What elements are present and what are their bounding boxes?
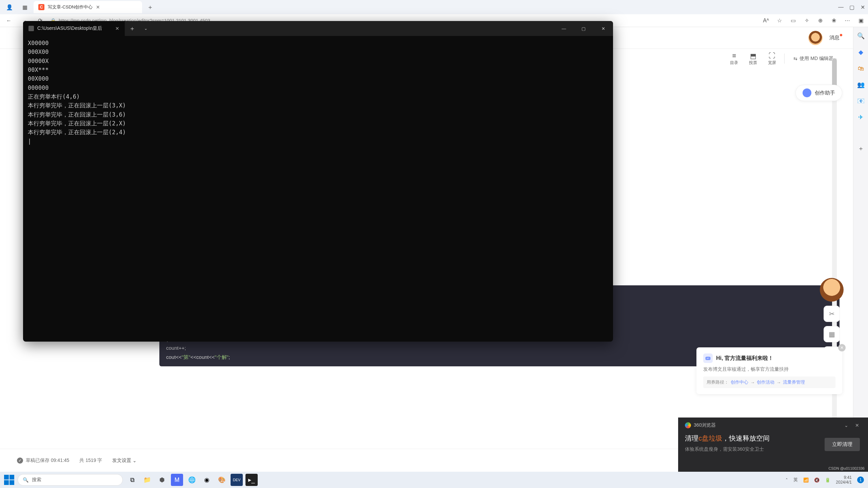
- use-md-editor-button[interactable]: ⇆ 使用 MD 编辑器: [787, 56, 840, 62]
- terminal-dropdown-icon[interactable]: ⌄: [140, 21, 152, 36]
- terminal-tab-icon: [28, 26, 34, 31]
- app-icon[interactable]: M: [171, 474, 183, 486]
- app-icon[interactable]: ⬢: [156, 474, 168, 486]
- terminal-tab[interactable]: C:\Users\ASUS\Desktop\n皇后 ✕: [23, 21, 125, 36]
- md-label: 使用 MD 编辑器: [800, 56, 833, 62]
- qrcode-tool-icon[interactable]: ▦: [824, 326, 840, 342]
- favorite-icon[interactable]: ☆: [776, 17, 783, 24]
- sidebar-toggle-icon[interactable]: ▣: [857, 17, 865, 24]
- toolbar-label: 投票: [749, 60, 757, 66]
- toast-action-button[interactable]: 立即清理: [825, 438, 860, 451]
- swap-icon: ⇆: [793, 56, 797, 61]
- profile-icon[interactable]: 👤: [5, 3, 13, 11]
- promo-subtitle: 发布博文且审核通过，畅享官方流量扶持: [703, 366, 835, 372]
- terminal-close-icon[interactable]: ✕: [593, 21, 613, 36]
- terminal-minimize-icon[interactable]: —: [554, 21, 574, 36]
- toolbar-toc[interactable]: ≡ 目录: [725, 52, 744, 66]
- tab-title: 写文章-CSDN创作中心: [48, 4, 93, 10]
- check-icon: ✓: [17, 458, 23, 464]
- battery-icon[interactable]: 🔋: [825, 477, 830, 483]
- mascot-icon[interactable]: [820, 278, 844, 302]
- toolbar-widescreen[interactable]: ⛶ 宽屏: [763, 52, 782, 66]
- window-minimize-icon[interactable]: —: [835, 2, 846, 13]
- 360-logo-icon: [685, 422, 691, 428]
- wifi-icon[interactable]: 📶: [803, 477, 809, 483]
- separator: [784, 54, 785, 64]
- new-tab-button[interactable]: ＋: [145, 2, 156, 13]
- toolbar-label: 目录: [730, 60, 738, 66]
- promo-link[interactable]: 流量券管理: [783, 379, 805, 385]
- task-view-icon[interactable]: ⧉: [126, 474, 138, 486]
- more-icon[interactable]: ⋯: [844, 17, 851, 24]
- tray-chevron-icon[interactable]: ˄: [786, 477, 788, 483]
- save-status: ✓ 草稿已保存 09:41:45: [17, 458, 69, 464]
- terminal-tab-close-icon[interactable]: ✕: [115, 26, 119, 31]
- outlook-icon[interactable]: 📧: [857, 97, 865, 105]
- screenshot-tool-icon[interactable]: ✂: [824, 306, 840, 322]
- extensions-icon[interactable]: ⊕: [816, 17, 824, 24]
- terminal-output[interactable]: X00000 000X00 00000X 00X*** 00X000 00000…: [23, 36, 613, 148]
- search-icon[interactable]: 🔍: [857, 32, 865, 40]
- favorites-bar-icon[interactable]: ✧: [803, 17, 810, 24]
- taskbar-clock[interactable]: 9:412024/4/1: [836, 475, 852, 485]
- add-icon[interactable]: ＋: [857, 144, 865, 152]
- edge-icon[interactable]: 🌐: [186, 474, 198, 486]
- publish-settings[interactable]: 发文设置⌄: [112, 458, 137, 464]
- edge-sidebar: 🔍 ◆ 🛍 👥 📧 ✈ ＋: [853, 27, 868, 472]
- window-close-icon[interactable]: ✕: [857, 2, 868, 13]
- diamond-icon[interactable]: ◆: [857, 48, 865, 56]
- tab-overview-icon[interactable]: ▦: [20, 2, 29, 12]
- toast-360: 360浏览器 ⌄ ✕ 清理c盘垃圾，快速释放空间 体验系统盘瘦身，需安装360安…: [678, 418, 868, 472]
- explorer-icon[interactable]: 📁: [141, 474, 153, 486]
- browser-tab[interactable]: C 写文章-CSDN创作中心 ✕: [34, 1, 142, 13]
- search-icon: 🔍: [23, 477, 28, 483]
- back-button[interactable]: ←: [3, 15, 14, 26]
- volume-icon[interactable]: 🔇: [814, 477, 820, 483]
- vote-icon: ⬒: [750, 52, 756, 59]
- expand-icon: ⛶: [769, 52, 775, 59]
- ime-indicator[interactable]: 英: [793, 477, 798, 483]
- promo-close-icon[interactable]: ✕: [838, 344, 846, 351]
- toolbar-label: 宽屏: [768, 60, 776, 66]
- start-button[interactable]: [4, 475, 14, 485]
- terminal-new-tab-button[interactable]: ＋: [125, 21, 140, 36]
- window-maximize-icon[interactable]: ▢: [846, 2, 857, 13]
- search-placeholder: 搜索: [32, 477, 41, 483]
- ext-flower-icon[interactable]: ❀: [830, 17, 837, 24]
- promo-title: Hi, 官方流量福利来啦！: [716, 355, 773, 362]
- list-icon: ≡: [732, 52, 736, 59]
- tab-close-icon[interactable]: ✕: [96, 4, 100, 10]
- send-icon[interactable]: ✈: [857, 113, 865, 121]
- chrome-icon[interactable]: ◉: [201, 474, 213, 486]
- terminal-tab-title: C:\Users\ASUS\Desktop\n皇后: [37, 25, 102, 32]
- word-count: 共 1519 字: [79, 458, 102, 464]
- toast-collapse-icon[interactable]: ⌄: [842, 423, 850, 428]
- collections-icon[interactable]: ▭: [789, 17, 797, 24]
- bot-icon: [803, 88, 811, 97]
- tab-favicon: C: [38, 4, 44, 10]
- messages-link[interactable]: 消息: [829, 35, 840, 41]
- chevron-down-icon: ⌄: [133, 458, 137, 463]
- terminal-maximize-icon[interactable]: ▢: [574, 21, 593, 36]
- notification-badge[interactable]: 1: [857, 476, 864, 483]
- promo-link[interactable]: 创作中心: [731, 379, 748, 385]
- terminal-taskbar-icon[interactable]: ▸_: [245, 474, 258, 486]
- app-icon[interactable]: 🎨: [216, 474, 228, 486]
- assistant-button[interactable]: 创作助手: [795, 85, 842, 101]
- toolbar-vote[interactable]: ⬒ 投票: [744, 52, 763, 66]
- avatar[interactable]: [808, 31, 823, 45]
- watermark: CSDN @u011002336: [828, 466, 865, 470]
- toast-close-icon[interactable]: ✕: [853, 423, 861, 428]
- shopping-icon[interactable]: 🛍: [857, 64, 865, 73]
- toast-brand: 360浏览器: [694, 422, 716, 428]
- taskbar: 🔍 搜索 ⧉ 📁 ⬢ M 🌐 ◉ 🎨 DEV ▸_ ˄ 英 📶 🔇 🔋 9:41…: [0, 472, 868, 488]
- taskbar-search[interactable]: 🔍 搜索: [18, 474, 123, 486]
- promo-card: ✕ 🎟 Hi, 官方流量福利来啦！ 发布博文且审核通过，畅享官方流量扶持 用券路…: [696, 347, 842, 394]
- read-aloud-icon[interactable]: Aᴬ: [762, 17, 770, 24]
- people-icon[interactable]: 👥: [857, 81, 865, 89]
- devcpp-icon[interactable]: DEV: [231, 474, 243, 486]
- gift-icon: 🎟: [703, 353, 713, 363]
- promo-path: 用券路径： 创作中心 → 创作活动 → 流量券管理: [703, 377, 835, 388]
- promo-link[interactable]: 创作活动: [757, 379, 774, 385]
- terminal-window: C:\Users\ASUS\Desktop\n皇后 ✕ ＋ ⌄ — ▢ ✕ X0…: [23, 21, 613, 342]
